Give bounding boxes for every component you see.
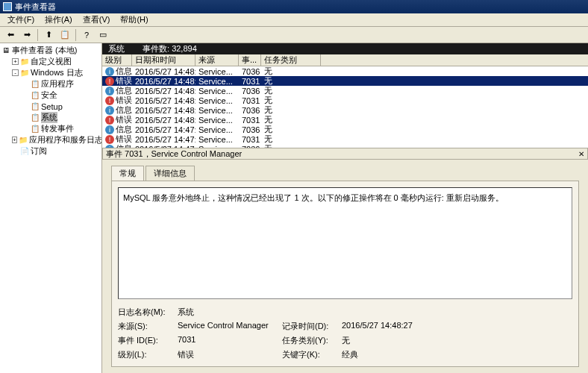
column-headers: 级别日期和时间来源事...任务类别 (102, 54, 588, 66)
toolbar: ⬅ ➡ ⬆ 📋 ? ▭ (0, 27, 588, 43)
tree-label: 自定义视图 (31, 56, 72, 67)
event-list[interactable]: i信息2016/5/27 14:48:28Service...7036无!错误2… (102, 66, 588, 148)
prop-key: 事件 ID(E): (118, 335, 178, 346)
eventviewer-icon: 🖥 (1, 46, 10, 55)
back-button[interactable]: ⬅ (3, 28, 18, 42)
tree-item[interactable]: +📁应用程序和服务日志 (1, 134, 100, 145)
folder-icon: 📁 (19, 136, 28, 145)
prop-value: Service Control Manager (178, 321, 282, 332)
folder-icon: 📋 (31, 125, 40, 134)
detail-panel: 常规 详细信息 MySQL 服务意外地终止，这种情况已经出现了 1 次。以下的修… (102, 160, 588, 373)
event-row[interactable]: !错误2016/5/27 14:47:57Service...7031无 (102, 134, 588, 144)
event-row[interactable]: !错误2016/5/27 14:48:14Service...7031无 (102, 95, 588, 105)
prop-key: 记录时间(D): (282, 321, 342, 332)
tree-item[interactable]: 📋应用程序 (1, 78, 100, 90)
tree-item[interactable]: +📁自定义视图 (1, 56, 100, 67)
event-row[interactable]: i信息2016/5/27 14:48:07Service...7036无 (102, 105, 588, 115)
toolbar-separator (75, 29, 76, 41)
prop-key: 任务类别(Y): (282, 335, 342, 346)
event-properties: 日志名称(M):系统来源(S):Service Control Manager记… (118, 307, 572, 360)
tree-item[interactable]: 📋转发事件 (1, 123, 100, 134)
event-row[interactable]: !错误2016/5/27 14:48:27Service...7031无 (102, 76, 588, 86)
prop-key (282, 307, 342, 318)
close-icon[interactable]: ✕ (578, 150, 584, 158)
toolbar-separator (37, 29, 38, 41)
tree-label: 系统 (41, 112, 57, 123)
menu-help[interactable]: 帮助(H) (116, 13, 152, 26)
prop-key: 来源(S): (118, 321, 178, 332)
expand-icon[interactable]: + (12, 58, 19, 65)
prop-value: 2016/5/27 14:48:27 (342, 321, 461, 332)
tab-details[interactable]: 详细信息 (146, 166, 195, 181)
column-header[interactable]: 级别 (102, 54, 132, 66)
column-header[interactable]: 来源 (196, 54, 239, 66)
tree-label: Setup (41, 102, 63, 111)
event-message[interactable]: MySQL 服务意外地终止，这种情况已经出现了 1 次。以下的修正操作将在 0 … (118, 187, 572, 299)
titlebar: 事件查看器 (0, 0, 588, 13)
prop-key: 日志名称(M): (118, 307, 178, 318)
app-icon (3, 2, 12, 11)
column-header[interactable]: 事... (239, 54, 261, 66)
prop-key: 关键字(K): (282, 349, 342, 360)
column-header[interactable]: 日期和时间 (132, 54, 196, 66)
folder-icon: 📋 (31, 113, 40, 122)
tree-label: 应用程序 (41, 78, 74, 90)
tree-item[interactable]: 📋Setup (1, 101, 100, 112)
folder-icon: 📋 (31, 91, 40, 100)
forward-button[interactable]: ➡ (19, 28, 34, 42)
tree-label: 安全 (41, 90, 57, 101)
tree-root[interactable]: 🖥 事件查看器 (本地) (1, 45, 100, 56)
tree-label: 订阅 (31, 145, 47, 157)
list-button[interactable]: ▭ (96, 28, 110, 42)
log-name: 系统 (108, 43, 125, 54)
tree-panel: 🖥 事件查看器 (本地) +📁自定义视图-📁Windows 日志📋应用程序📋安全… (0, 43, 102, 373)
event-count: 事件数: 32,894 (143, 43, 197, 54)
event-row[interactable]: i信息2016/5/27 14:47:58Service...7036无 (102, 125, 588, 134)
prop-value: 错误 (178, 349, 282, 360)
help-button[interactable]: ? (79, 28, 94, 42)
prop-value: 系统 (178, 307, 282, 318)
tab-general[interactable]: 常规 (111, 166, 144, 181)
list-header: 系统 事件数: 32,894 (102, 43, 588, 54)
tree-item[interactable]: -📁Windows 日志 (1, 67, 100, 78)
tree-item[interactable]: 📋系统 (1, 112, 100, 123)
prop-value (342, 307, 461, 318)
up-button[interactable]: ⬆ (41, 28, 56, 42)
tree-label: 转发事件 (41, 123, 74, 134)
event-row[interactable]: i信息2016/5/27 14:48:15Service...7036无 (102, 86, 588, 95)
tree-item[interactable]: 📋安全 (1, 90, 100, 101)
folder-icon: 📋 (31, 102, 40, 111)
window-title: 事件查看器 (15, 1, 56, 13)
event-row[interactable]: i信息2016/5/27 14:48:28Service...7036无 (102, 66, 588, 76)
detail-header: 事件 7031，Service Control Manager ✕ (102, 148, 588, 160)
tree-label: 应用程序和服务日志 (29, 134, 102, 145)
tree-item[interactable]: 📄订阅 (1, 145, 100, 157)
expand-icon[interactable]: + (12, 137, 17, 143)
tree-label: Windows 日志 (31, 67, 83, 78)
expand-icon[interactable]: - (12, 69, 19, 76)
prop-value: 经典 (342, 349, 461, 360)
folder-icon: 📄 (20, 147, 29, 156)
event-row[interactable]: !错误2016/5/27 14:48:06Service...7031无 (102, 115, 588, 125)
options-button[interactable]: 📋 (57, 28, 72, 42)
menu-action[interactable]: 操作(A) (40, 13, 77, 26)
folder-icon: 📋 (31, 80, 40, 89)
folder-icon: 📁 (20, 57, 29, 66)
folder-icon: 📁 (20, 69, 29, 78)
prop-value: 7031 (178, 335, 282, 346)
menu-view[interactable]: 查看(V) (78, 13, 115, 26)
menu-file[interactable]: 文件(F) (3, 13, 39, 26)
menubar: 文件(F) 操作(A) 查看(V) 帮助(H) (0, 13, 588, 27)
column-header[interactable]: 任务类别 (261, 54, 321, 66)
prop-key: 级别(L): (118, 349, 178, 360)
detail-tabs: 常规 详细信息 (111, 166, 579, 181)
detail-title: 事件 7031，Service Control Manager (106, 148, 242, 160)
prop-value: 无 (342, 335, 461, 346)
